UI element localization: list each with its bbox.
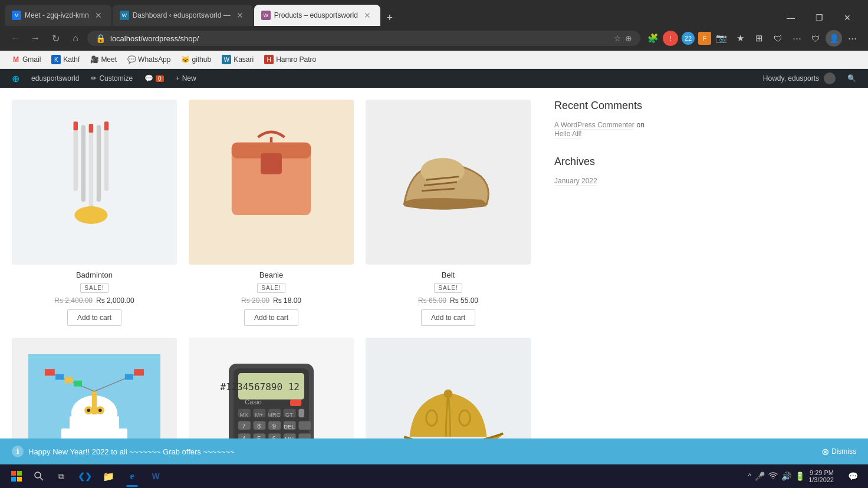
- minimize-button[interactable]: —: [777, 9, 804, 26]
- svg-point-95: [35, 472, 41, 478]
- taskbar-edge[interactable]: e: [120, 464, 144, 488]
- new-item[interactable]: + New: [171, 69, 201, 88]
- browser-chrome: M Meet - zgq-ivzd-kmn ✕ W Dashboard ‹ ed…: [0, 0, 868, 69]
- svg-rect-33: [134, 369, 144, 375]
- product-name-belt: Belt: [442, 271, 455, 279]
- extensions-icon[interactable]: 🧩: [644, 29, 662, 47]
- wifi-icon[interactable]: [768, 471, 778, 482]
- reload-button[interactable]: ↻: [47, 30, 64, 47]
- tab-products[interactable]: W Products – edusportsworld ✕: [254, 5, 380, 26]
- add-to-cart-badminton[interactable]: Add to cart: [67, 309, 121, 326]
- sidebar-toggle[interactable]: 🛡: [807, 29, 824, 47]
- chat-bubble-icon: 💬: [848, 471, 858, 481]
- banner-message: Happy New Year!! 2022 to all ~~~~~~~ Gra…: [28, 447, 235, 456]
- taskbar-explorer[interactable]: 📁: [97, 464, 120, 488]
- bookmark-hamro[interactable]: H Hamro Patro: [259, 53, 321, 66]
- recent-comments-title: Recent Comments: [554, 100, 660, 112]
- bookmark-github[interactable]: 🐱 github: [176, 54, 216, 65]
- start-button[interactable]: [5, 464, 28, 488]
- maximize-button[interactable]: ❐: [805, 9, 833, 26]
- svg-rect-6: [104, 121, 108, 130]
- collections-icon[interactable]: ⊕: [625, 34, 632, 43]
- lock-icon: 🔒: [96, 34, 106, 43]
- home-button[interactable]: ⌂: [67, 30, 84, 47]
- taskbar-word[interactable]: W: [144, 464, 167, 488]
- banner-text: ℹ Happy New Year!! 2022 to all ~~~~~~~ G…: [12, 446, 235, 457]
- svg-text:8: 8: [257, 423, 261, 430]
- customize-icon: ✏: [91, 74, 97, 83]
- taskbar-datetime[interactable]: 9:29 PM 1/3/2022: [808, 469, 839, 483]
- wp-logo-item[interactable]: ⊕: [7, 69, 24, 88]
- settings-icon[interactable]: ⋯: [788, 29, 805, 47]
- bookmark-meet[interactable]: 🎥 Meet: [86, 54, 121, 65]
- more-menu[interactable]: ⋯: [843, 29, 861, 47]
- dismiss-button[interactable]: ⊗ Dismiss: [821, 446, 856, 457]
- site-name-item[interactable]: edusportsworld: [27, 69, 84, 88]
- bookmark-kasari-label: Kasari: [234, 55, 254, 64]
- product-image-badminton[interactable]: [12, 100, 177, 265]
- add-to-cart-beanie[interactable]: Add to cart: [244, 309, 298, 326]
- mic-icon[interactable]: 🎤: [755, 471, 765, 481]
- admin-search-icon[interactable]: 🔍: [843, 69, 861, 88]
- bookmark-whatsapp[interactable]: 💬 WhatsApp: [123, 54, 175, 65]
- battery-icon[interactable]: 🔋: [795, 471, 805, 481]
- tab-meet[interactable]: M Meet - zgq-ivzd-kmn ✕: [5, 5, 111, 26]
- price-row-badminton: Rs 2,400.00 Rs 2,000.00: [54, 296, 134, 305]
- tab-favicon-meet: M: [12, 11, 21, 20]
- bookmark-gmail[interactable]: M Gmail: [7, 54, 45, 65]
- taskbar: ⧉ ❮❯ 📁 e W ^ 🎤 🔊 🔋 9:29 PM 1/3/2022 💬: [0, 464, 868, 488]
- star-icon[interactable]: ☆: [614, 34, 622, 43]
- explorer-icon: 📁: [103, 471, 114, 482]
- svg-point-88: [444, 390, 453, 398]
- show-hidden-icon[interactable]: ^: [748, 472, 752, 480]
- bookmark-whatsapp-label: WhatsApp: [138, 55, 170, 64]
- taskbar-vscode[interactable]: ❮❯: [73, 464, 97, 488]
- svg-rect-92: [17, 471, 22, 476]
- address-bar[interactable]: 🔒 localhost/wordpress/shop/ ☆ ⊕: [87, 31, 640, 46]
- bookmark-github-label: github: [192, 55, 211, 64]
- bookmark-kasari[interactable]: W Kasari: [217, 53, 258, 66]
- archive-january-2022[interactable]: January 2022: [554, 177, 597, 186]
- add-to-cart-belt[interactable]: Add to cart: [421, 309, 475, 326]
- tab-title-products: Products – edusportsworld: [274, 11, 358, 19]
- product-image-belt[interactable]: [366, 100, 531, 265]
- sale-badge-badminton: SALE!: [80, 283, 108, 293]
- svg-rect-91: [11, 471, 16, 476]
- tab-close-products[interactable]: ✕: [361, 9, 373, 21]
- customize-item[interactable]: ✏ Customize: [86, 69, 137, 88]
- svg-rect-29: [55, 374, 64, 380]
- address-icons: ☆ ⊕: [614, 34, 632, 43]
- howdy-item[interactable]: Howdy, edusports: [758, 69, 840, 88]
- security-badge[interactable]: !: [663, 31, 678, 46]
- close-button[interactable]: ✕: [834, 9, 861, 26]
- on-text: on: [636, 121, 644, 129]
- notification-center-icon[interactable]: 💬: [842, 466, 863, 487]
- post-link[interactable]: Hello All!: [554, 130, 582, 139]
- tab-dashboard[interactable]: W Dashboard ‹ edusportsworld — ✕: [113, 5, 253, 26]
- profile-switcher[interactable]: 22: [679, 29, 697, 47]
- new-tab-button[interactable]: +: [382, 9, 398, 26]
- old-price-belt: Rs 65.00: [418, 296, 446, 305]
- user-profile-icon[interactable]: 👤: [826, 30, 842, 47]
- product-image-beanie[interactable]: [189, 100, 354, 265]
- taskbar-search-button[interactable]: [28, 466, 50, 487]
- taskbar-taskview[interactable]: ⧉: [50, 464, 73, 488]
- comments-item[interactable]: 💬 0: [140, 69, 169, 88]
- back-button[interactable]: ←: [7, 30, 24, 47]
- figma-icon[interactable]: F: [698, 32, 711, 45]
- bookmark-kathf[interactable]: K Kathf: [47, 53, 84, 66]
- commenter-link[interactable]: A WordPress Commenter: [554, 121, 634, 130]
- web-capture-icon[interactable]: 📷: [712, 29, 730, 47]
- tab-close-dashboard[interactable]: ✕: [234, 9, 246, 21]
- svg-rect-11: [261, 153, 282, 174]
- github-icon: 🐱: [181, 55, 189, 64]
- dismiss-label: Dismiss: [831, 447, 856, 456]
- hamro-icon: H: [264, 55, 274, 64]
- collections-btn[interactable]: ⊞: [750, 29, 768, 47]
- volume-icon[interactable]: 🔊: [781, 471, 791, 481]
- favorites-icon[interactable]: ★: [731, 29, 749, 47]
- browser-essentials[interactable]: 🛡: [769, 29, 787, 47]
- kasari-icon: W: [222, 55, 231, 64]
- tab-close-meet[interactable]: ✕: [93, 9, 104, 21]
- forward-button[interactable]: →: [27, 30, 44, 47]
